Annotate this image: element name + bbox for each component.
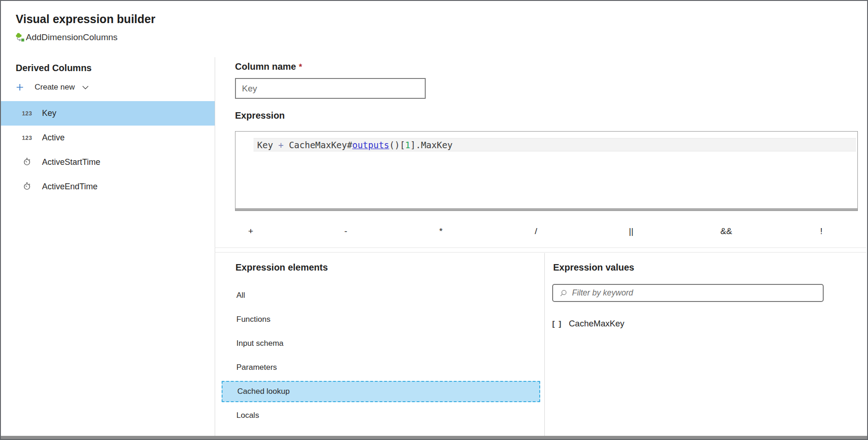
visual-expression-builder-dialog: Visual expression builder AddDimensionCo…: [0, 0, 868, 440]
operator-minus-button[interactable]: -: [298, 222, 393, 241]
number-type-icon: 123: [22, 135, 32, 141]
column-name-label: Column name*: [235, 61, 302, 72]
expression-elements-panel: Expression elements All Functions Input …: [215, 253, 544, 437]
derived-columns-list: 123 Key 123 Acti: [1, 101, 215, 199]
plus-icon: [16, 84, 24, 91]
sidebar-column-item[interactable]: 123 ActiveStartTime: [1, 150, 215, 175]
page-title: Visual expression builder: [16, 12, 155, 26]
expression-code-line[interactable]: Key + CacheMaxKey#outputs()[1].MaxKey: [253, 138, 856, 151]
brackets-icon: [ ]: [552, 319, 569, 328]
sidebar-column-item[interactable]: 123 Key: [1, 101, 215, 126]
chevron-down-icon: [82, 85, 89, 90]
operator-toolbar: +-*/||&&!: [203, 222, 868, 241]
expression-element-item[interactable]: Locals: [215, 404, 544, 428]
expression-value-item[interactable]: [ ] CacheMaxKey: [552, 316, 863, 332]
timestamp-type-icon: [23, 181, 32, 193]
expression-element-label: All: [236, 291, 245, 300]
required-asterisk: *: [299, 62, 302, 72]
expression-element-item[interactable]: Input schema: [215, 332, 544, 356]
expression-values-list: [ ] CacheMaxKey: [552, 316, 863, 332]
column-name-label-text: Column name: [235, 61, 296, 72]
operator-not-button[interactable]: !: [774, 222, 868, 241]
sidebar-column-item[interactable]: 123 Active: [1, 126, 215, 150]
expression-label: Expression: [235, 110, 285, 121]
expression-element-label: Locals: [236, 411, 259, 420]
expression-elements-title: Expression elements: [235, 262, 328, 273]
operator-logical-or-button[interactable]: ||: [584, 222, 679, 241]
expression-element-label: Functions: [236, 315, 271, 324]
column-name-input[interactable]: [235, 78, 426, 99]
expression-values-panel: Expression values [ ] CacheMaxKey: [545, 253, 868, 437]
search-icon: [559, 289, 567, 297]
derived-column-transformation-icon: [14, 32, 25, 43]
sidebar-column-label: Active: [42, 133, 65, 143]
operator-plus-button[interactable]: +: [203, 222, 298, 241]
create-new-label: Create new: [35, 83, 75, 92]
number-type-icon: 123: [22, 110, 32, 117]
create-new-button[interactable]: Create new: [16, 81, 89, 93]
expression-elements-list: All Functions Input schema Parameters Ca…: [215, 283, 544, 428]
sidebar-column-label: ActiveStartTime: [42, 157, 100, 167]
expression-element-item[interactable]: Parameters: [215, 356, 544, 380]
expression-element-item[interactable]: All: [215, 283, 544, 307]
expression-element-label: Parameters: [236, 363, 277, 372]
sidebar-column-label: Key: [42, 108, 56, 118]
expression-element-label: Input schema: [236, 339, 283, 348]
operator-multiply-button[interactable]: *: [393, 222, 488, 241]
transformation-subtitle: AddDimensionColumns: [14, 32, 118, 43]
section-divider-line: [215, 252, 866, 253]
sidebar-column-item[interactable]: 123 ActiveEndTime: [1, 175, 215, 199]
transformation-name: AddDimensionColumns: [26, 32, 118, 42]
expression-element-item[interactable]: Functions: [215, 307, 544, 332]
timestamp-type-icon: [23, 157, 32, 168]
sidebar-column-label: ActiveEndTime: [42, 182, 97, 192]
expression-value-label: CacheMaxKey: [569, 319, 624, 329]
filter-keyword-input[interactable]: [572, 288, 818, 298]
filter-input-wrapper: [552, 284, 824, 302]
expression-editor[interactable]: Key + CacheMaxKey#outputs()[1].MaxKey: [235, 131, 858, 211]
sidebar-title: Derived Columns: [16, 63, 91, 73]
expression-element-label: Cached lookup: [237, 387, 289, 396]
operator-logical-and-button[interactable]: &&: [679, 222, 774, 241]
expression-element-item[interactable]: Cached lookup: [222, 381, 540, 402]
horizontal-scrollbar[interactable]: [1, 436, 867, 439]
operator-divide-button[interactable]: /: [488, 222, 584, 241]
section-divider-line: [215, 247, 866, 248]
editor-horizontal-scrollbar[interactable]: [235, 208, 857, 211]
expression-values-title: Expression values: [553, 262, 634, 273]
expression-code: Key + CacheMaxKey#outputs()[1].MaxKey: [257, 140, 452, 150]
